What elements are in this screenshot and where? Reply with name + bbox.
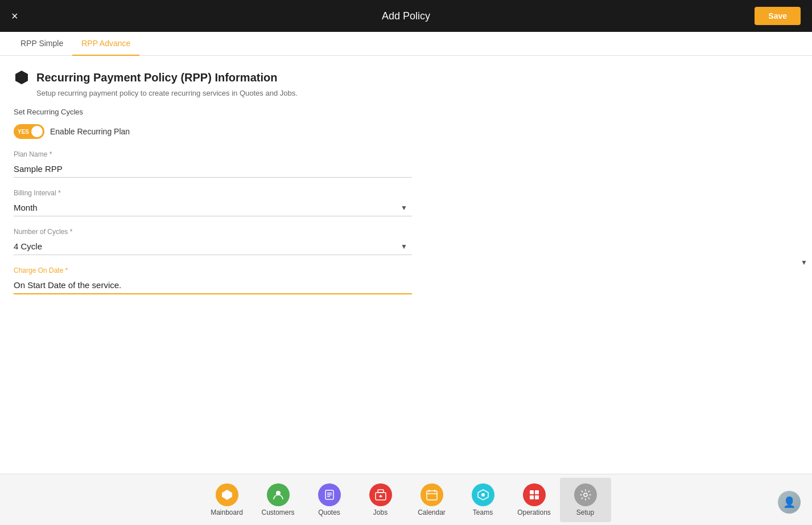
quotes-label: Quotes [318,508,340,516]
section-title: Recurring Payment Policy (RPP) Informati… [36,71,277,84]
section-header: Recurring Payment Policy (RPP) Informati… [14,69,798,85]
avatar-image: 👤 [778,491,801,514]
set-cycles-label: Set Recurring Cycles [14,108,798,116]
plan-name-label: Plan Name * [14,150,412,158]
toggle-label: Enable Recurring Plan [50,127,130,136]
enable-recurring-toggle-row: YES Enable Recurring Plan [14,124,798,139]
header: × Add Policy Save [0,0,812,32]
bottom-nav: Mainboard Customers Quotes [0,474,812,525]
charge-on-date-select[interactable]: On Start Date of the service. On End Dat… [14,277,412,294]
charge-on-date-select-wrapper: On Start Date of the service. On End Dat… [14,277,412,294]
nav-item-operations[interactable]: Operations [509,478,560,522]
quotes-icon [318,483,341,506]
nav-item-customers[interactable]: Customers [253,478,304,522]
svg-point-21 [584,493,587,497]
nav-item-teams[interactable]: Teams [457,478,509,522]
charge-on-date-group: Charge On Date * On Start Date of the se… [14,266,412,294]
setup-icon [574,483,597,506]
svg-rect-20 [535,495,539,499]
calendar-icon [421,483,443,506]
charge-on-date-dropdown-arrow: ▼ [801,259,807,266]
nav-item-quotes[interactable]: Quotes [304,478,355,522]
svg-rect-17 [530,490,534,494]
nav-items: Mainboard Customers Quotes [201,478,611,522]
svg-marker-0 [15,71,28,84]
user-avatar[interactable]: 👤 [778,491,801,514]
plan-name-group: Plan Name * [14,150,412,178]
jobs-icon [369,483,392,506]
calendar-label: Calendar [418,508,446,516]
mainboard-label: Mainboard [211,508,243,516]
main-content: Recurring Payment Policy (RPP) Informati… [0,56,812,474]
billing-interval-select-wrapper: Month Week Year ▼ [14,199,412,216]
section-subtitle: Setup recurring payment policy to create… [36,89,798,97]
teams-label: Teams [473,508,493,516]
page-title: Add Policy [382,10,430,22]
toggle-yes-label: YES [18,129,29,135]
num-cycles-select-wrapper: 4 Cycle 1 Cycle 2 Cycle 3 Cycle 6 Cycle … [14,238,412,255]
tab-rpp-advance[interactable]: RPP Advance [72,32,139,56]
close-button[interactable]: × [11,10,18,22]
customers-label: Customers [261,508,294,516]
save-button[interactable]: Save [755,7,801,25]
enable-recurring-toggle[interactable]: YES [14,124,44,139]
tabs-bar: RPP Simple RPP Advance [0,32,812,56]
plan-name-input[interactable] [14,161,412,178]
num-cycles-group: Number of Cycles * 4 Cycle 1 Cycle 2 Cyc… [14,228,412,255]
billing-interval-group: Billing Interval * Month Week Year ▼ [14,189,412,216]
setup-label: Setup [576,508,594,516]
nav-item-jobs[interactable]: Jobs [355,478,406,522]
num-cycles-select[interactable]: 4 Cycle 1 Cycle 2 Cycle 3 Cycle 6 Cycle … [14,238,412,255]
charge-on-date-label: Charge On Date * [14,266,412,274]
svg-marker-1 [222,490,232,500]
customers-icon [267,483,290,506]
jobs-label: Jobs [373,508,388,516]
billing-interval-select[interactable]: Month Week Year [14,199,412,216]
nav-item-calendar[interactable]: Calendar [406,478,457,522]
operations-icon [523,483,546,506]
hex-icon [14,69,30,85]
svg-point-16 [481,493,485,497]
operations-label: Operations [517,508,551,516]
svg-rect-19 [530,495,534,499]
svg-rect-18 [535,490,539,494]
svg-rect-11 [427,491,437,500]
tab-rpp-simple[interactable]: RPP Simple [11,32,72,56]
billing-interval-label: Billing Interval * [14,189,412,197]
teams-icon [472,483,494,506]
nav-item-mainboard[interactable]: Mainboard [201,478,253,522]
mainboard-icon [216,483,238,506]
nav-item-setup[interactable]: Setup [560,478,611,522]
num-cycles-label: Number of Cycles * [14,228,412,236]
